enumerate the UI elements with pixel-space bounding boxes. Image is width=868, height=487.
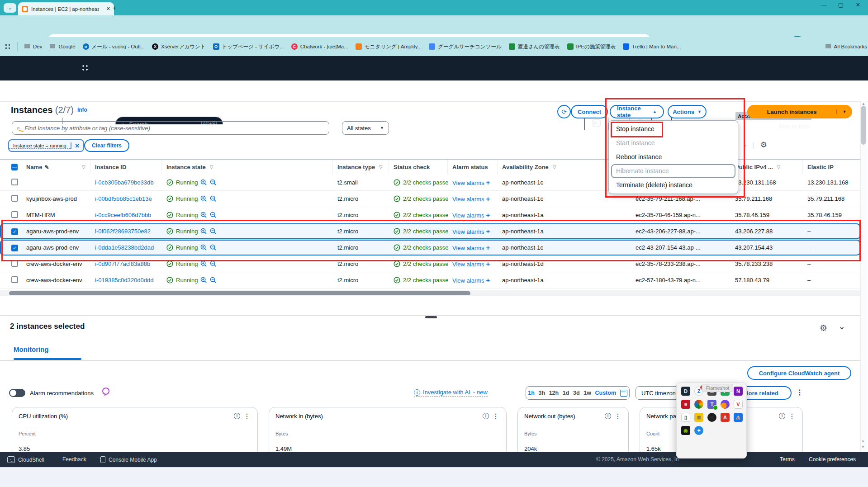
time-range-12h[interactable]: 12h [549, 390, 559, 396]
cloudshell-footer-button[interactable]: ›_CloudShell [7, 456, 44, 463]
panel-resize-handle[interactable] [425, 316, 437, 318]
cell-instance-id[interactable]: i-0cc9ceefb606d7bbb [90, 212, 162, 218]
column-header[interactable]: Instance state▽ [162, 160, 333, 175]
teams-icon[interactable]: T [707, 400, 716, 409]
connect-button[interactable]: Connect [571, 105, 608, 118]
shield-warn-icon[interactable]: ⚠ [734, 413, 743, 422]
compass-icon[interactable]: ✦ [694, 426, 703, 435]
column-header[interactable]: Alarm status [448, 160, 498, 175]
exclude-similar-icon[interactable] [210, 179, 217, 186]
info-icon[interactable]: i [605, 413, 611, 419]
launch-instances-button[interactable]: Launch instances ▼ [747, 105, 852, 118]
info-icon[interactable]: i [234, 413, 240, 419]
column-header[interactable]: Instance ID [90, 160, 162, 175]
cloudshell-icon[interactable] [593, 119, 601, 128]
filter-funnel-icon[interactable]: ▽ [777, 165, 781, 170]
chart-kebab-icon[interactable]: ⋮ [244, 412, 250, 420]
account-name[interactable]: Man-to-Man [769, 123, 810, 130]
investigate-with-ai-link[interactable]: i Investigate with AI- new [414, 389, 488, 397]
cell-alarm-status[interactable]: View alarms+ [448, 195, 498, 203]
row-checkbox[interactable] [11, 276, 18, 283]
row-checkbox[interactable] [11, 211, 18, 218]
find-similar-icon[interactable] [200, 179, 207, 186]
scroll-down-arrow[interactable]: ▼ [861, 440, 865, 444]
chart-kebab-icon[interactable]: ⋮ [789, 412, 795, 420]
scroll-up-arrow[interactable]: ▲ [862, 102, 865, 106]
chart-kebab-icon[interactable]: ⋮ [615, 412, 621, 420]
cookie-preferences-link[interactable]: Cookie preferences [809, 456, 856, 463]
vred-icon[interactable]: V [734, 400, 743, 409]
horizontal-scrollbar-thumb[interactable] [9, 291, 470, 295]
chart-kebab-icon[interactable]: ⋮ [493, 412, 499, 420]
vertical-scrollbar-thumb[interactable] [861, 106, 866, 145]
time-range-1d[interactable]: 1d [563, 390, 569, 396]
tab-search-icon[interactable]: ⌄ [4, 3, 16, 13]
bookmark-item[interactable]: モニタリング | Amplify... [356, 43, 422, 50]
panel-kebab-icon[interactable]: ⋮ [796, 388, 803, 397]
apps-grid-icon[interactable] [5, 43, 11, 50]
table-row[interactable]: crew-aws-docker-env i-019385c0d320d0ddd … [0, 272, 860, 288]
bookmark-item[interactable]: グーグルサーチコンソール [429, 43, 501, 50]
bookmark-item[interactable]: Dev [24, 43, 42, 50]
notes-icon[interactable]: ≣ [694, 413, 703, 422]
bookmark-item[interactable]: CChatwork - [ipe]Ma... [291, 43, 348, 50]
refresh-button[interactable]: ⟳ [557, 105, 571, 118]
time-range-1h[interactable]: 1h [528, 390, 535, 396]
window-minimize-button[interactable]: — [817, 1, 830, 8]
exclude-similar-icon[interactable] [210, 260, 217, 267]
cell-instance-id[interactable]: i-0d907f77acf83a88b [90, 260, 162, 267]
table-settings-gear-icon[interactable]: ⚙ [760, 140, 767, 150]
time-range-3d[interactable]: 3d [573, 390, 580, 396]
window-close-button[interactable]: ✕ [851, 1, 865, 8]
launch-options-caret[interactable]: ▼ [836, 109, 852, 114]
new-tab-button[interactable]: + [112, 4, 117, 13]
adobecc-icon[interactable]: ◌ [707, 413, 716, 422]
services-grid-icon[interactable] [81, 64, 89, 71]
find-instance-search[interactable]: ⌕ [12, 121, 329, 135]
cell-instance-id[interactable]: i-00bdf5bb85c1eb13e [90, 195, 162, 202]
filter-funnel-icon[interactable]: ▽ [82, 165, 85, 170]
bookmark-item[interactable]: Trello | Man to Man... [623, 43, 681, 50]
find-similar-icon[interactable] [200, 212, 207, 218]
onenote-icon[interactable]: N [734, 387, 743, 396]
scroll-down-arrow[interactable]: ▼ [861, 445, 865, 449]
find-similar-icon[interactable] [200, 260, 207, 267]
all-bookmarks-button[interactable]: All Bookmarks [825, 43, 868, 50]
filter-funnel-icon[interactable]: ▽ [210, 165, 213, 170]
time-range-custom[interactable]: Custom [595, 390, 616, 396]
exclude-similar-icon[interactable] [210, 195, 217, 202]
select-all-checkbox[interactable]: — [11, 164, 18, 170]
tab-close-icon[interactable]: ✕ [106, 6, 110, 12]
cell-alarm-status[interactable]: View alarms+ [448, 179, 498, 186]
bookmark-item[interactable]: Google [49, 43, 75, 50]
states-filter-dropdown[interactable]: All states▼ [342, 121, 389, 135]
feedback-link[interactable]: Feedback [62, 456, 86, 463]
exclude-similar-icon[interactable] [210, 277, 217, 284]
column-header[interactable]: Instance type▽ [333, 160, 389, 175]
find-instance-input[interactable] [24, 124, 324, 132]
cell-alarm-status[interactable]: View alarms+ [448, 211, 498, 219]
terms-link[interactable]: Terms [780, 456, 795, 463]
nvidia-icon[interactable]: ◉ [681, 426, 690, 435]
configure-cloudwatch-button[interactable]: Configure CloudWatch agent [747, 366, 851, 380]
docker-icon[interactable]: D [681, 387, 690, 396]
calendar-icon[interactable] [620, 390, 627, 397]
window-maximize-button[interactable]: ▢ [834, 1, 848, 8]
column-header[interactable]: Elastic IP [803, 160, 860, 175]
filter-funnel-icon[interactable]: ▽ [553, 165, 556, 170]
cell-instance-id[interactable]: i-019385c0d320d0ddd [90, 277, 162, 284]
copilot-icon[interactable] [694, 400, 703, 409]
browser-tab[interactable]: Instances | EC2 | ap-northeast-1 ✕ [18, 2, 114, 15]
usb-icon[interactable]: ▯ [681, 413, 690, 422]
bookmark-item[interactable]: 渡邉さんの管理表 [509, 43, 560, 50]
cell-instance-id[interactable]: i-0cb305ba679be33db [90, 179, 162, 186]
panel-collapse-icon[interactable]: ⌄ [839, 322, 845, 331]
time-range-1w[interactable]: 1w [583, 390, 591, 396]
find-similar-icon[interactable] [200, 277, 207, 284]
jetbrains-icon[interactable]: ≡ [681, 400, 690, 409]
row-checkbox[interactable] [11, 195, 18, 202]
info-link[interactable]: Info [77, 107, 87, 113]
bookmark-item[interactable]: oメール - vuong - Outl... [83, 43, 145, 50]
filter-funnel-icon[interactable]: ▽ [379, 165, 383, 170]
find-similar-icon[interactable] [200, 195, 207, 202]
